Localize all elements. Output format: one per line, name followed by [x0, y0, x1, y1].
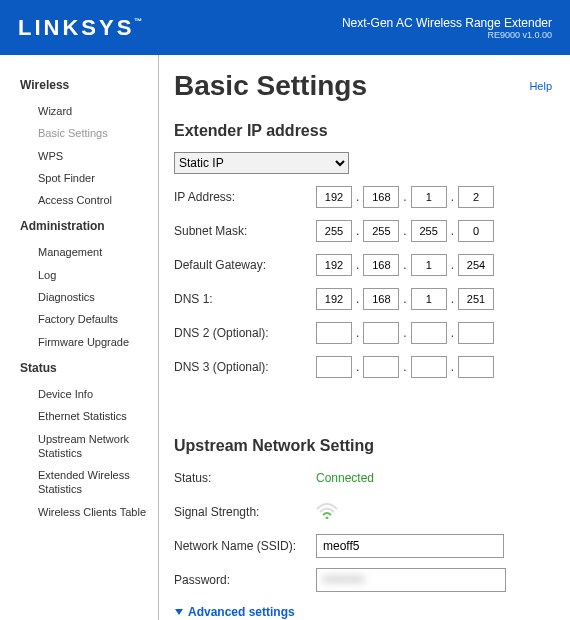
- ip-row: Subnet Mask:...: [174, 216, 552, 246]
- ip-row-label: DNS 1:: [174, 292, 316, 306]
- dot-separator: .: [451, 292, 454, 306]
- help-link[interactable]: Help: [529, 80, 552, 92]
- password-label: Password:: [174, 573, 316, 587]
- ip-row-label: Default Gateway:: [174, 258, 316, 272]
- ip-octet-input[interactable]: [458, 288, 494, 310]
- sidebar-section-title: Wireless: [20, 78, 148, 92]
- password-input[interactable]: ••••••••: [316, 568, 506, 592]
- page-title: Basic Settings: [174, 70, 552, 102]
- ip-octet-input[interactable]: [316, 220, 352, 242]
- ssid-input[interactable]: [316, 534, 504, 558]
- ip-octet-input[interactable]: [363, 288, 399, 310]
- ip-octet-input[interactable]: [411, 220, 447, 242]
- ip-octet-input[interactable]: [363, 220, 399, 242]
- sidebar-item-firmware-upgrade[interactable]: Firmware Upgrade: [20, 331, 148, 353]
- product-name: Next-Gen AC Wireless Range Extender: [342, 16, 552, 30]
- dot-separator: .: [403, 190, 406, 204]
- sidebar-item-ethernet-statistics[interactable]: Ethernet Statistics: [20, 405, 148, 427]
- header-right: Next-Gen AC Wireless Range Extender RE90…: [342, 16, 552, 40]
- sidebar-item-extended-wireless-statistics[interactable]: Extended Wireless Statistics: [20, 464, 148, 501]
- dot-separator: .: [403, 292, 406, 306]
- sidebar-item-basic-settings[interactable]: Basic Settings: [20, 122, 148, 144]
- sidebar-item-management[interactable]: Management: [20, 241, 148, 263]
- ip-octet-input[interactable]: [316, 254, 352, 276]
- ip-octet-input[interactable]: [316, 356, 352, 378]
- ip-octet-input[interactable]: [411, 254, 447, 276]
- dot-separator: .: [356, 360, 359, 374]
- dot-separator: .: [451, 360, 454, 374]
- ip-octet-input[interactable]: [411, 186, 447, 208]
- ip-octet-input[interactable]: [458, 322, 494, 344]
- ip-row: IP Address:...: [174, 182, 552, 212]
- sidebar-item-diagnostics[interactable]: Diagnostics: [20, 286, 148, 308]
- sidebar-section-title: Status: [20, 361, 148, 375]
- ip-octet-input[interactable]: [411, 288, 447, 310]
- product-version: RE9000 v1.0.00: [342, 30, 552, 40]
- dot-separator: .: [403, 258, 406, 272]
- sidebar-item-log[interactable]: Log: [20, 264, 148, 286]
- ip-octet-input[interactable]: [363, 254, 399, 276]
- sidebar: WirelessWizardBasic SettingsWPSSpot Find…: [0, 55, 158, 620]
- sidebar-item-factory-defaults[interactable]: Factory Defaults: [20, 308, 148, 330]
- signal-icon: [316, 503, 338, 522]
- sidebar-item-spot-finder[interactable]: Spot Finder: [20, 167, 148, 189]
- ssid-label: Network Name (SSID):: [174, 539, 316, 553]
- ip-octet-input[interactable]: [316, 288, 352, 310]
- ip-octet-input[interactable]: [411, 322, 447, 344]
- ip-row: Default Gateway:...: [174, 250, 552, 280]
- dot-separator: .: [356, 224, 359, 238]
- ip-row: DNS 3 (Optional):...: [174, 352, 552, 382]
- section-heading-upstream: Upstream Network Setting: [174, 437, 552, 455]
- signal-label: Signal Strength:: [174, 505, 316, 519]
- dot-separator: .: [451, 224, 454, 238]
- sidebar-item-wireless-clients-table[interactable]: Wireless Clients Table: [20, 501, 148, 523]
- ip-row-label: IP Address:: [174, 190, 316, 204]
- dot-separator: .: [451, 190, 454, 204]
- dot-separator: .: [403, 360, 406, 374]
- ip-octet-input[interactable]: [363, 186, 399, 208]
- status-value: Connected: [316, 471, 374, 485]
- dot-separator: .: [356, 258, 359, 272]
- dot-separator: .: [403, 326, 406, 340]
- dot-separator: .: [356, 326, 359, 340]
- ip-octet-input[interactable]: [458, 186, 494, 208]
- ip-row-label: Subnet Mask:: [174, 224, 316, 238]
- logo: LINKSYS™: [18, 15, 142, 41]
- sidebar-item-wps[interactable]: WPS: [20, 145, 148, 167]
- ip-octet-input[interactable]: [458, 254, 494, 276]
- ip-octet-input[interactable]: [363, 356, 399, 378]
- sidebar-item-access-control[interactable]: Access Control: [20, 189, 148, 211]
- ip-octet-input[interactable]: [411, 356, 447, 378]
- sidebar-item-wizard[interactable]: Wizard: [20, 100, 148, 122]
- sidebar-item-device-info[interactable]: Device Info: [20, 383, 148, 405]
- ip-row: DNS 2 (Optional):...: [174, 318, 552, 348]
- svg-point-0: [326, 516, 329, 519]
- chevron-down-icon: [174, 607, 184, 617]
- ip-row-label: DNS 2 (Optional):: [174, 326, 316, 340]
- ip-octet-input[interactable]: [458, 220, 494, 242]
- ip-mode-select[interactable]: Static IP: [174, 152, 349, 174]
- ip-row-label: DNS 3 (Optional):: [174, 360, 316, 374]
- dot-separator: .: [356, 292, 359, 306]
- dot-separator: .: [403, 224, 406, 238]
- ip-row: DNS 1:...: [174, 284, 552, 314]
- sidebar-item-upstream-network-statistics[interactable]: Upstream Network Statistics: [20, 428, 148, 465]
- dot-separator: .: [356, 190, 359, 204]
- main-content: Basic Settings Help Extender IP address …: [159, 55, 570, 620]
- advanced-settings-link[interactable]: Advanced settings: [174, 605, 552, 619]
- dot-separator: .: [451, 326, 454, 340]
- status-label: Status:: [174, 471, 316, 485]
- ip-octet-input[interactable]: [316, 186, 352, 208]
- section-heading-ip: Extender IP address: [174, 122, 552, 140]
- ip-octet-input[interactable]: [458, 356, 494, 378]
- header-banner: LINKSYS™ Next-Gen AC Wireless Range Exte…: [0, 0, 570, 55]
- ip-octet-input[interactable]: [316, 322, 352, 344]
- dot-separator: .: [451, 258, 454, 272]
- ip-octet-input[interactable]: [363, 322, 399, 344]
- sidebar-section-title: Administration: [20, 219, 148, 233]
